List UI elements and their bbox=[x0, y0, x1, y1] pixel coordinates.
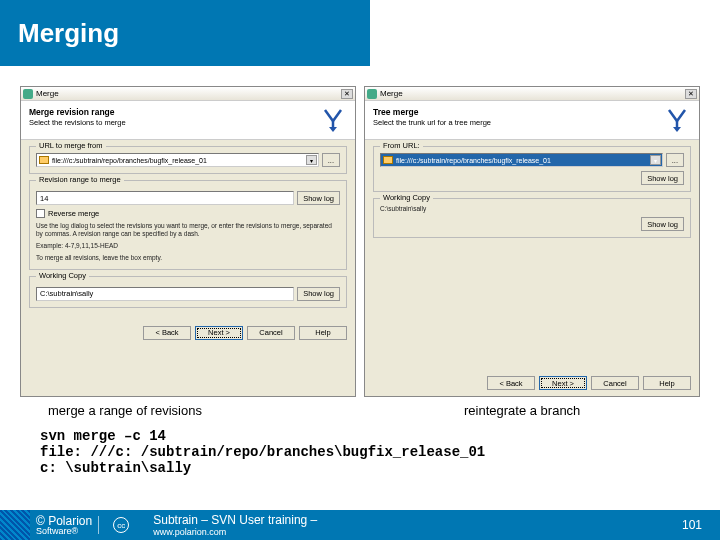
caption-sub: Select the revisions to merge bbox=[29, 118, 315, 127]
checkbox-label: Reverse merge bbox=[48, 209, 99, 218]
url-value: file:///c:/subtrain/repo/branches/bugfix… bbox=[52, 157, 207, 164]
help-empty: To merge all revisions, leave the box em… bbox=[36, 254, 340, 262]
command-block: svn merge –c 14 file: ///c: /subtrain/re… bbox=[0, 424, 720, 476]
close-icon[interactable]: ✕ bbox=[341, 89, 353, 99]
reintegrate-dialog: Merge ✕ Tree merge Select the trunk url … bbox=[364, 86, 700, 397]
url-combo[interactable]: file:///c:/subtrain/repo/branches/bugfix… bbox=[380, 153, 663, 167]
reverse-merge-checkbox[interactable]: Reverse merge bbox=[36, 209, 340, 218]
slide-header: Merging bbox=[0, 0, 370, 66]
help-example: Example: 4-7,9,11,15-HEAD bbox=[36, 242, 340, 250]
screenshot-row: Merge ✕ Merge revision range Select the … bbox=[0, 66, 720, 401]
chevron-down-icon[interactable]: ▾ bbox=[306, 155, 317, 165]
cancel-button[interactable]: Cancel bbox=[247, 326, 295, 340]
caption-right: reintegrate a branch bbox=[364, 403, 700, 418]
merge-range-dialog: Merge ✕ Merge revision range Select the … bbox=[20, 86, 356, 397]
group-label: URL to merge from bbox=[36, 141, 106, 150]
button-bar: < Back Next > Cancel Help bbox=[21, 322, 355, 346]
browse-button[interactable]: ... bbox=[322, 153, 340, 167]
browse-button[interactable]: ... bbox=[666, 153, 684, 167]
chevron-down-icon[interactable]: ▾ bbox=[650, 155, 661, 165]
titlebar: Merge ✕ bbox=[365, 87, 699, 101]
help-button[interactable]: Help bbox=[643, 376, 691, 390]
caption-left: merge a range of revisions bbox=[20, 403, 364, 418]
window-title: Merge bbox=[380, 89, 403, 98]
dialog-caption: Tree merge Select the trunk url for a tr… bbox=[365, 101, 699, 140]
help-text: Use the log dialog to select the revisio… bbox=[36, 222, 340, 238]
copyright-sub: Software® bbox=[36, 527, 92, 536]
wc-input[interactable]: C:\subtrain\sally bbox=[36, 287, 294, 301]
wc-group: Working Copy C:\subtrain\sally Show log bbox=[373, 198, 691, 238]
caption-title: Merge revision range bbox=[29, 107, 315, 117]
revision-input[interactable]: 14 bbox=[36, 191, 294, 205]
close-icon[interactable]: ✕ bbox=[685, 89, 697, 99]
wc-value: C:\subtrain\sally bbox=[380, 205, 684, 213]
slide-footer: © Polarion Software® cc Subtrain – SVN U… bbox=[0, 510, 720, 540]
screenshot-captions: merge a range of revisions reintegrate a… bbox=[0, 401, 720, 424]
copyright: © Polarion bbox=[36, 515, 92, 527]
revision-group: Revision range to merge 14 Show log Reve… bbox=[29, 180, 347, 270]
polarion-logo bbox=[0, 510, 30, 540]
cmd-line: c: \subtrain\sally bbox=[40, 460, 680, 476]
back-button[interactable]: < Back bbox=[487, 376, 535, 390]
url-value: file:///c:/subtrain/repo/branches/bugfix… bbox=[396, 157, 551, 164]
caption-sub: Select the trunk url for a tree merge bbox=[373, 118, 659, 127]
group-label: Working Copy bbox=[36, 271, 89, 280]
url-group: From URL: file:///c:/subtrain/repo/branc… bbox=[373, 146, 691, 192]
folder-icon bbox=[39, 156, 49, 164]
showlog-button[interactable]: Show log bbox=[297, 287, 340, 301]
footer-url: www.polarion.com bbox=[153, 527, 682, 537]
footer-title: Subtrain – SVN User training – bbox=[153, 513, 682, 527]
folder-icon bbox=[383, 156, 393, 164]
cancel-button[interactable]: Cancel bbox=[591, 376, 639, 390]
showlog-button[interactable]: Show log bbox=[641, 217, 684, 231]
checkbox-icon bbox=[36, 209, 45, 218]
page-number: 101 bbox=[682, 518, 720, 532]
dialog-caption: Merge revision range Select the revision… bbox=[21, 101, 355, 140]
cmd-line: file: ///c: /subtrain/repo/branches\bugf… bbox=[40, 444, 680, 460]
showlog-button[interactable]: Show log bbox=[297, 191, 340, 205]
app-icon bbox=[367, 89, 377, 99]
back-button[interactable]: < Back bbox=[143, 326, 191, 340]
app-icon bbox=[23, 89, 33, 99]
group-label: Revision range to merge bbox=[36, 175, 124, 184]
divider bbox=[98, 516, 99, 534]
help-button[interactable]: Help bbox=[299, 326, 347, 340]
group-label: Working Copy bbox=[380, 193, 433, 202]
group-label: From URL: bbox=[380, 141, 423, 150]
window-title: Merge bbox=[36, 89, 59, 98]
url-combo[interactable]: file:///c:/subtrain/repo/branches/bugfix… bbox=[36, 153, 319, 167]
showlog-button[interactable]: Show log bbox=[641, 171, 684, 185]
cmd-line: svn merge –c 14 bbox=[40, 428, 680, 444]
merge-icon bbox=[663, 107, 691, 133]
next-button[interactable]: Next > bbox=[539, 376, 587, 390]
caption-title: Tree merge bbox=[373, 107, 659, 117]
slide-title: Merging bbox=[18, 18, 119, 49]
button-bar: < Back Next > Cancel Help bbox=[365, 372, 699, 396]
next-button[interactable]: Next > bbox=[195, 326, 243, 340]
wc-group: Working Copy C:\subtrain\sally Show log bbox=[29, 276, 347, 308]
cc-icon: cc bbox=[113, 517, 129, 533]
titlebar: Merge ✕ bbox=[21, 87, 355, 101]
url-group: URL to merge from file:///c:/subtrain/re… bbox=[29, 146, 347, 174]
merge-icon bbox=[319, 107, 347, 133]
